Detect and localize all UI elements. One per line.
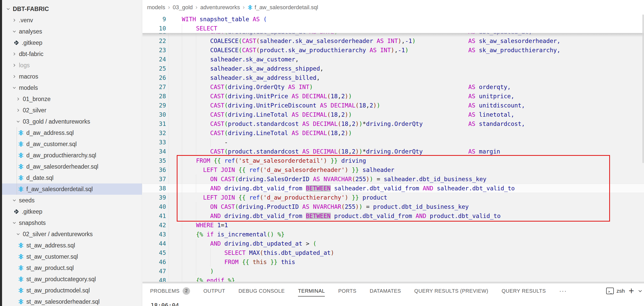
code-line-33[interactable]: 33 -	[142, 138, 644, 147]
code-line-34[interactable]: 34 CAST(product.standardcost AS DECIMAL(…	[142, 147, 644, 156]
tree-item-.gitkeep[interactable]: .gitkeep	[2, 206, 142, 217]
line-number[interactable]: 34	[142, 147, 166, 156]
line-number[interactable]: 28	[142, 92, 166, 101]
panel-tab-query-results-preview-[interactable]: QUERY RESULTS (PREVIEW)	[414, 288, 488, 294]
line-number[interactable]: 46	[142, 257, 166, 267]
code-viewport[interactable]: 21 CAST(driving.dbt_updated_at AS DATE)A…	[142, 15, 644, 283]
line-number[interactable]: 43	[142, 230, 166, 239]
code-line-29[interactable]: 29 CAST(driving.UnitPriceDiscount AS DEC…	[142, 101, 644, 110]
tree-item-macros[interactable]: macros	[2, 71, 142, 82]
code-line-47[interactable]: 47 )	[142, 267, 644, 276]
code-line-9[interactable]: 9WITH snapshot_table AS (	[142, 15, 644, 24]
tree-item-dbt-fabric[interactable]: DBT-FABRIC	[2, 3, 142, 15]
tree-item-03_gold-adventureworks[interactable]: 03_gold / adventureworks	[2, 116, 142, 127]
tree-item-d_aw_customer.sql[interactable]: d_aw_customer.sql	[2, 138, 142, 150]
tree-item-f_aw_salesorderdetail.sql[interactable]: f_aw_salesorderdetail.sql	[2, 183, 142, 195]
panel-tab-output[interactable]: OUTPUT	[203, 288, 225, 294]
line-number[interactable]: 27	[142, 82, 166, 92]
code-line-28[interactable]: 28 CAST(driving.UnitPrice AS DECIMAL(18,…	[142, 92, 644, 101]
tree-item-dbt-fabric[interactable]: dbt-fabric	[2, 48, 142, 60]
line-number[interactable]: 36	[142, 165, 166, 174]
panel-tab-ports[interactable]: PORTS	[338, 288, 356, 294]
line-number[interactable]: 31	[142, 119, 166, 128]
code-line-38[interactable]: 38 AND driving.dbt_valid_from BETWEEN sa…	[142, 184, 644, 193]
tree-item-01_bronze[interactable]: 01_bronze	[2, 93, 142, 105]
code-line-45[interactable]: 45 SELECT MAX(this.dbt_updated_at)	[142, 248, 644, 257]
line-number[interactable]: 41	[142, 211, 166, 221]
tree-item-analyses[interactable]: analyses	[2, 26, 142, 37]
tree-item-d_aw_address.sql[interactable]: d_aw_address.sql	[2, 127, 142, 138]
editor-horizontal-scrollbar[interactable]	[142, 282, 644, 283]
line-number[interactable]: 30	[142, 110, 166, 119]
code-line-31[interactable]: 31 CAST(product.standardcost AS DECIMAL(…	[142, 119, 644, 128]
line-number[interactable]: 9	[142, 15, 166, 24]
line-number[interactable]: 35	[142, 156, 166, 165]
panel-tab-query-results[interactable]: QUERY RESULTS	[502, 288, 546, 294]
tree-item-d_aw_producthierarchy.sql[interactable]: d_aw_producthierarchy.sql	[2, 150, 142, 161]
tree-item-st_aw_address.sql[interactable]: st_aw_address.sql	[2, 240, 142, 251]
code-line-40[interactable]: 40 ON CAST(driving.ProductID AS NVARCHAR…	[142, 202, 644, 211]
line-number[interactable]: 29	[142, 101, 166, 110]
tree-item-snapshots[interactable]: snapshots	[2, 217, 142, 228]
tree-item-st_aw_customer.sql[interactable]: st_aw_customer.sql	[2, 251, 142, 262]
tree-item-st_aw_salesorderheader.sql[interactable]: st_aw_salesorderheader.sql	[2, 296, 142, 306]
tree-item-st_aw_product.sql[interactable]: st_aw_product.sql	[2, 262, 142, 274]
tree-item-st_aw_productcategory.sql[interactable]: st_aw_productcategory.sql	[2, 274, 142, 285]
line-number[interactable]: 33	[142, 138, 166, 147]
tree-item-02_silver-adventureworks[interactable]: 02_silver / adventureworks	[2, 228, 142, 240]
line-number[interactable]: 10	[142, 24, 166, 33]
line-number[interactable]: 32	[142, 128, 166, 138]
line-number[interactable]: 42	[142, 221, 166, 230]
more-actions-icon[interactable]: ···	[559, 287, 567, 294]
code-line-24[interactable]: 24 salheader.sk_aw_customer,	[142, 55, 644, 64]
code-line-30[interactable]: 30 CAST(driving.LineTotal AS DECIMAL(18,…	[142, 110, 644, 119]
code-line-42[interactable]: 42 WHERE 1=1	[142, 221, 644, 230]
code-line-23[interactable]: 23 COALESCE(CAST(product.sk_aw_producthi…	[142, 46, 644, 55]
tree-item-d_date.sql[interactable]: d_date.sql	[2, 172, 142, 183]
tree-item-st_aw_productmodel.sql[interactable]: st_aw_productmodel.sql	[2, 285, 142, 296]
line-number[interactable]: 47	[142, 267, 166, 276]
tree-item-.venv[interactable]: .venv	[2, 15, 142, 26]
panel-tab-debug-console[interactable]: DEBUG CONSOLE	[238, 288, 285, 294]
tree-item-02_silver[interactable]: 02_silver	[2, 105, 142, 116]
code-line-44[interactable]: 44 AND driving.dbt_updated_at > (	[142, 239, 644, 248]
code-line-39[interactable]: 39 LEFT JOIN {{ ref('d_aw_producthierarc…	[142, 193, 644, 202]
code-line-22[interactable]: 22 COALESCE(CAST(salheader.sk_aw_salesor…	[142, 36, 644, 46]
line-number[interactable]: 26	[142, 73, 166, 82]
tree-item-models[interactable]: models	[2, 82, 142, 93]
line-number[interactable]: 37	[142, 174, 166, 184]
panel-tab-terminal[interactable]: TERMINAL	[298, 288, 325, 294]
tree-item-logs[interactable]: logs	[2, 60, 142, 71]
panel-tab-problems[interactable]: PROBLEMS2	[150, 287, 190, 295]
code-line-35[interactable]: 35 FROM {{ ref('st_aw_salesorderdetail')…	[142, 156, 644, 165]
code-line-41[interactable]: 41 AND driving.dbt_valid_from BETWEEN pr…	[142, 211, 644, 221]
line-number[interactable]: 22	[142, 36, 166, 46]
code-line-36[interactable]: 36 LEFT JOIN {{ ref('d_aw_salesorderhead…	[142, 165, 644, 174]
tree-item-seeds[interactable]: seeds	[2, 195, 142, 206]
tree-item-d_aw_salesorderheader.sql[interactable]: d_aw_salesorderheader.sql	[2, 161, 142, 172]
line-number[interactable]: 25	[142, 64, 166, 73]
editor-vertical-scrollbar[interactable]	[642, 15, 644, 163]
code-line-26[interactable]: 26 salheader.sk_aw_address_billed,	[142, 73, 644, 82]
line-number[interactable]: 45	[142, 248, 166, 257]
line-number[interactable]: 23	[142, 46, 166, 55]
breadcrumb-item-adventureworks[interactable]: adventureworks	[200, 4, 240, 11]
code-line-43[interactable]: 43 {% if is_incremental() %}	[142, 230, 644, 239]
line-number[interactable]: 44	[142, 239, 166, 248]
code-line-10[interactable]: 10 SELECT	[142, 24, 644, 33]
line-number[interactable]: 39	[142, 193, 166, 202]
code-line-32[interactable]: 32 CAST(driving.LineTotal AS DECIMAL(18,…	[142, 128, 644, 138]
code-line-46[interactable]: 46 FROM {{ this }} this	[142, 257, 644, 267]
breadcrumb-item-models[interactable]: models	[147, 4, 165, 11]
code-line-25[interactable]: 25 salheader.sk_aw_address_shipped,	[142, 64, 644, 73]
sticky-scroll[interactable]: 9WITH snapshot_table AS (10 SELECT	[142, 15, 644, 33]
line-number[interactable]: 38	[142, 184, 166, 193]
tree-item-.gitkeep[interactable]: .gitkeep	[2, 37, 142, 48]
breadcrumb-item-03_gold[interactable]: 03_gold	[173, 4, 193, 11]
panel-tab-datamates[interactable]: DATAMATES	[370, 288, 401, 294]
terminal-dropdown-chevron-icon[interactable]	[638, 289, 642, 293]
breadcrumb-item-file[interactable]: f_aw_salesorderdetail.sql	[248, 4, 318, 11]
code-line-27[interactable]: 27 CAST(driving.OrderQty AS INT)AS order…	[142, 82, 644, 92]
line-number[interactable]: 24	[142, 55, 166, 64]
line-number[interactable]: 40	[142, 202, 166, 211]
